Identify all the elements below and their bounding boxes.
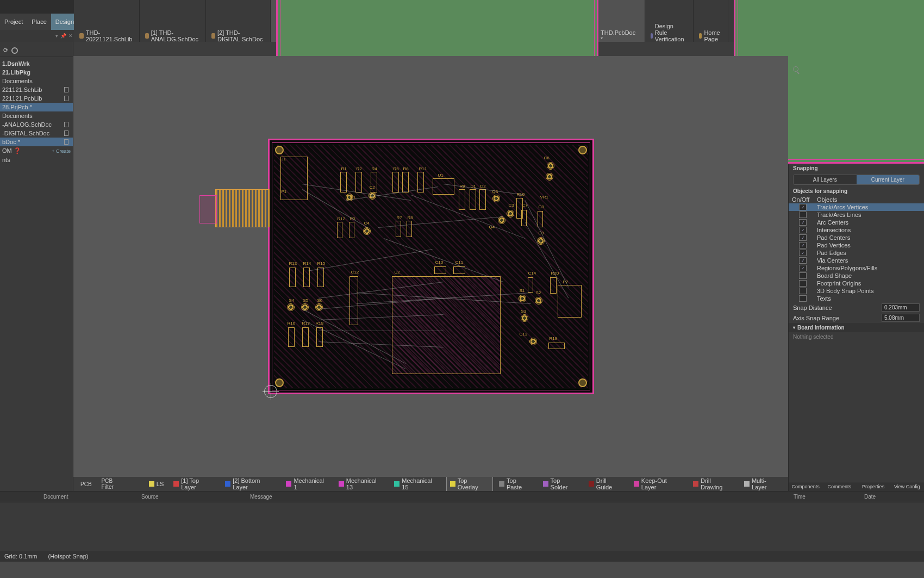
component[interactable] xyxy=(434,266,446,274)
component[interactable] xyxy=(470,189,476,210)
tree-item[interactable]: 28.PrjPcb * xyxy=(0,103,73,111)
component[interactable] xyxy=(521,314,528,322)
component[interactable] xyxy=(287,303,295,311)
layer-tab[interactable]: Drill Guide xyxy=(585,477,628,491)
component[interactable] xyxy=(396,221,401,237)
snap-object-row[interactable]: Regions/Polygons/Fills xyxy=(789,264,924,272)
component[interactable] xyxy=(529,338,537,345)
component-q3[interactable] xyxy=(492,195,500,202)
checkbox[interactable] xyxy=(799,234,807,241)
component[interactable] xyxy=(301,303,309,311)
checkbox[interactable] xyxy=(799,204,807,210)
tree-item[interactable]: -ANALOG.SchDoc xyxy=(0,120,73,129)
snap-layer-option[interactable]: All Layers xyxy=(794,175,857,184)
snap-object-row[interactable]: Intersections xyxy=(789,226,924,234)
layer-tab[interactable]: [1] Top Layer xyxy=(170,477,219,491)
component[interactable] xyxy=(288,327,295,347)
snap-object-row[interactable]: Track/Arcs Vertices xyxy=(789,203,924,211)
snap-object-row[interactable]: Arc Centers xyxy=(789,219,924,226)
msg-col-date[interactable]: Date xyxy=(864,494,919,500)
tree-item[interactable]: nts xyxy=(0,156,73,164)
component-r[interactable] xyxy=(402,172,409,192)
component[interactable] xyxy=(519,295,526,302)
component[interactable] xyxy=(289,268,296,287)
tab-dropdown-icon[interactable]: ▾ xyxy=(54,33,59,39)
snap-object-row[interactable]: 3D Body Snap Points xyxy=(789,287,924,295)
tree-item[interactable]: OM ❓+ Create xyxy=(0,146,73,156)
checkbox[interactable] xyxy=(799,219,807,226)
tree-item[interactable]: 221121.PcbLib xyxy=(0,94,73,103)
component-u2[interactable] xyxy=(392,276,501,374)
snap-object-row[interactable]: Pad Vertices xyxy=(789,241,924,249)
checkbox[interactable] xyxy=(799,257,807,264)
create-button[interactable]: + Create xyxy=(52,148,71,154)
panel-bottom-tab[interactable]: Properties xyxy=(857,482,890,491)
pcb-panel-tab[interactable]: PCB xyxy=(77,480,96,489)
msg-col-time[interactable]: Time xyxy=(794,494,864,500)
msg-col-message[interactable]: Message xyxy=(250,494,794,500)
checkbox[interactable] xyxy=(799,288,807,294)
component-r[interactable] xyxy=(355,172,362,192)
checkbox[interactable] xyxy=(799,272,807,279)
layer-tab[interactable]: LS xyxy=(145,477,167,491)
tree-item[interactable]: -DIGITAL.SchDoc xyxy=(0,129,73,138)
snap-object-row[interactable]: Track/Arcs Lines xyxy=(789,211,924,219)
panel-bottom-tab[interactable]: Components xyxy=(789,482,822,491)
tree-item[interactable]: 221121.SchLib xyxy=(0,85,73,94)
snap-object-row[interactable]: Via Centers xyxy=(789,257,924,264)
component-p2[interactable] xyxy=(558,285,582,318)
layer-tab[interactable]: Mechanical 15 xyxy=(390,477,444,491)
component-r[interactable] xyxy=(417,172,424,192)
axis-range-input[interactable] xyxy=(882,314,920,322)
component[interactable] xyxy=(528,277,533,293)
component-c[interactable] xyxy=(363,227,371,235)
panel-bottom-tab[interactable]: Comments xyxy=(822,482,856,491)
component[interactable] xyxy=(337,222,342,238)
snap-object-row[interactable]: Pad Edges xyxy=(789,249,924,257)
component[interactable] xyxy=(479,189,486,210)
panel-bottom-tab[interactable]: View Config xyxy=(890,482,924,491)
pad[interactable] xyxy=(546,173,553,181)
tab-close-icon[interactable]: ✕ xyxy=(67,33,74,39)
checkbox[interactable] xyxy=(799,265,807,271)
layer-tab[interactable]: Drill Drawing xyxy=(689,477,738,491)
component-c6[interactable] xyxy=(547,162,554,170)
component[interactable] xyxy=(349,222,354,238)
checkbox[interactable] xyxy=(799,242,807,248)
component[interactable] xyxy=(537,237,545,245)
snap-object-row[interactable]: Texts xyxy=(789,295,924,302)
tree-item[interactable]: Documents xyxy=(0,77,73,85)
menu-place[interactable]: Place xyxy=(27,14,51,30)
layer-tab[interactable]: Top Paste xyxy=(495,477,537,491)
layer-tab[interactable]: Mechanical 1 xyxy=(282,477,332,491)
layer-tab[interactable]: Keep-Out Layer xyxy=(630,477,687,491)
project-settings-icon[interactable] xyxy=(11,47,18,54)
layer-tab[interactable]: Top Overlay xyxy=(446,477,493,491)
msg-col-source[interactable]: Source xyxy=(141,494,250,500)
tree-item[interactable]: 21.LibPkg xyxy=(0,68,73,77)
component-r[interactable] xyxy=(392,172,399,192)
component[interactable] xyxy=(316,327,323,347)
component-q4[interactable] xyxy=(498,216,505,224)
snap-object-row[interactable]: Footprint Origins xyxy=(789,279,924,287)
checkbox[interactable] xyxy=(799,250,807,256)
project-refresh-icon[interactable]: ⟳ xyxy=(3,47,8,54)
component[interactable] xyxy=(548,343,565,349)
component[interactable] xyxy=(521,210,527,226)
pcb-filter-tab[interactable]: PCB Filter xyxy=(98,477,130,491)
checkbox[interactable] xyxy=(799,212,807,218)
component-r[interactable] xyxy=(340,172,347,192)
component-c12[interactable] xyxy=(349,276,358,325)
snap-object-row[interactable]: Board Shape xyxy=(789,272,924,279)
component[interactable] xyxy=(407,221,412,237)
component-c[interactable] xyxy=(369,192,376,200)
checkbox[interactable] xyxy=(799,295,807,302)
tree-item[interactable]: bDoc * xyxy=(0,138,73,146)
component[interactable] xyxy=(302,327,309,347)
tab-pin-icon[interactable]: 📌 xyxy=(59,33,67,39)
component-u1[interactable] xyxy=(433,178,454,195)
snap-layer-option[interactable]: Current Layer xyxy=(857,175,920,184)
menu-project[interactable]: Project xyxy=(0,14,27,30)
component[interactable] xyxy=(535,297,542,304)
component[interactable] xyxy=(550,277,557,294)
